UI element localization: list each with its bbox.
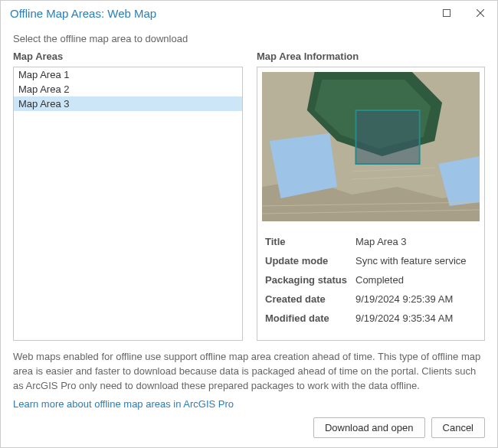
info-row-modified-date: Modified date 9/19/2024 9:35:34 AM (262, 309, 480, 328)
list-item[interactable]: Map Area 1 (14, 67, 242, 82)
info-value: 9/19/2024 9:35:34 AM (355, 312, 477, 324)
map-areas-header: Map Areas (13, 51, 243, 67)
info-label: Modified date (265, 312, 355, 324)
window-title: Offline Map Areas: Web Map (10, 7, 430, 20)
panels: Map Areas Map Area 1 Map Area 2 Map Area… (13, 51, 485, 341)
map-area-info-header: Map Area Information (257, 51, 485, 67)
info-value: Map Area 3 (355, 236, 477, 247)
info-value: Sync with feature service (355, 255, 477, 267)
info-row-title: Title Map Area 3 (262, 232, 480, 251)
list-item[interactable]: Map Area 3 (14, 96, 242, 111)
info-row-packaging-status: Packaging status Completed (262, 270, 480, 289)
instruction-text: Select the offline map area to download (13, 33, 485, 44)
info-box: Title Map Area 3 Update mode Sync with f… (257, 67, 485, 341)
info-table: Title Map Area 3 Update mode Sync with f… (262, 232, 480, 328)
info-value: Completed (355, 274, 477, 286)
titlebar: Offline Map Areas: Web Map (1, 1, 497, 25)
map-area-info-panel: Map Area Information (257, 51, 485, 341)
info-label: Packaging status (265, 274, 355, 286)
maximize-button[interactable] (430, 1, 464, 25)
info-row-created-date: Created date 9/19/2024 9:25:39 AM (262, 289, 480, 309)
button-row: Download and open Cancel (13, 417, 485, 438)
content-area: Select the offline map area to download … (1, 25, 497, 447)
info-value: 9/19/2024 9:25:39 AM (355, 293, 477, 305)
map-areas-listbox[interactable]: Map Area 1 Map Area 2 Map Area 3 (13, 67, 243, 341)
list-item[interactable]: Map Area 2 (14, 82, 242, 96)
svg-rect-0 (444, 10, 450, 17)
svg-marker-7 (270, 133, 337, 198)
info-label: Created date (265, 293, 355, 305)
map-areas-panel: Map Areas Map Area 1 Map Area 2 Map Area… (13, 51, 243, 341)
footer-description: Web maps enabled for offline use support… (13, 350, 485, 394)
download-and-open-button[interactable]: Download and open (313, 417, 425, 438)
info-row-update-mode: Update mode Sync with feature service (262, 251, 480, 270)
close-button[interactable] (464, 1, 497, 25)
info-label: Title (265, 236, 355, 247)
learn-more-link[interactable]: Learn more about offline map areas in Ar… (13, 398, 485, 410)
info-label: Update mode (265, 255, 355, 267)
offline-map-areas-dialog: Offline Map Areas: Web Map Select the of… (0, 0, 498, 448)
map-thumbnail (262, 72, 480, 221)
cancel-button[interactable]: Cancel (431, 417, 485, 438)
svg-rect-13 (355, 110, 419, 164)
